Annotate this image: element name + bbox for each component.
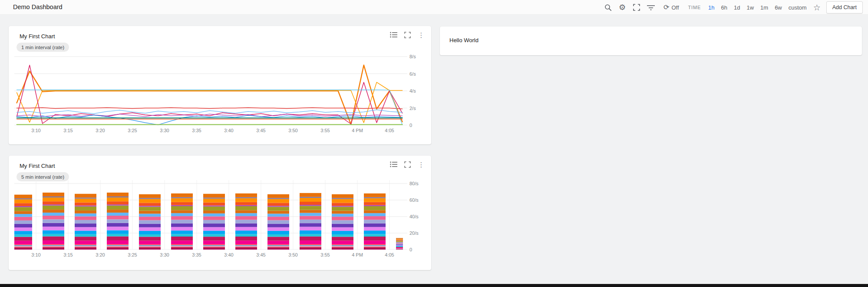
expand-chart-icon[interactable] [403,31,411,39]
refresh-mode-label: Off [671,4,679,11]
time-range-custom[interactable]: custom [789,4,807,11]
x-axis-label: 3:35 [187,128,206,133]
chart-title: My First Chart [20,163,55,169]
text-widget-content: Hello World [449,37,479,43]
x-axis-label: 3:50 [284,252,303,257]
x-axis-label: 3:30 [155,128,174,133]
y-axis-label: 20/s [409,230,419,236]
chart-card-line: My First Chart 1 min interval (rate) ⋮ 8… [9,26,431,144]
y-axis-label: 4/s [409,88,416,93]
x-axis-label: 3:30 [155,252,174,257]
time-section-label: TIME [688,5,701,10]
interval-badge: 1 min interval (rate) [17,43,69,52]
x-axis-label: 3:25 [123,128,142,133]
x-axis-label: 4:05 [380,252,399,257]
x-axis-label: 3:15 [59,128,78,133]
x-axis-label: 3:10 [26,252,46,257]
time-range-6h[interactable]: 6h [721,4,727,11]
x-axis-label: 3:45 [251,128,271,133]
x-axis-label: 3:40 [219,128,238,133]
zoom-search-icon[interactable] [604,3,612,12]
x-axis-label: 3:55 [316,252,335,257]
chart-title: My First Chart [20,33,55,40]
line-chart-canvas [14,53,407,125]
y-axis-label: 0 [409,123,412,128]
x-axis-label: 3:10 [26,128,46,133]
y-axis-label: 60/s [409,197,419,203]
x-axis-label: 3:20 [91,252,110,257]
more-options-icon[interactable]: ⋮ [417,160,425,168]
fullscreen-icon[interactable] [632,3,641,12]
chart-card-actions: ⋮ [389,160,425,168]
more-options-icon[interactable]: ⋮ [417,31,425,39]
y-axis-label: 80/s [409,181,419,186]
y-axis-label: 8/s [409,54,416,59]
time-range-selector: 1h6h1d1w1m6wcustom [708,4,807,11]
x-axis-label: 3:40 [219,252,238,257]
gear-icon[interactable]: ⚙ [618,3,627,12]
y-axis-label: 40/s [409,214,419,219]
chart-card-actions: ⋮ [389,31,425,39]
x-axis-label: 3:25 [123,252,142,257]
x-axis-label: 3:50 [284,128,303,133]
x-axis-label: 4 PM [348,128,367,133]
time-range-6w[interactable]: 6w [775,4,782,11]
bar-chart-canvas [14,180,407,250]
refresh-icon: ⟳ [663,4,669,11]
time-range-1h[interactable]: 1h [708,4,714,11]
x-axis-label: 3:55 [316,128,335,133]
x-axis-label: 3:15 [59,252,78,257]
x-axis-label: 3:35 [187,252,206,257]
toolbar: ⚙ ⟳ Off TIME 1h6h1d1w1m6wcustom ☆ Add Ch… [604,0,863,15]
time-range-1w[interactable]: 1w [746,4,754,11]
y-axis-label: 2/s [409,106,416,111]
top-bar: Demo Dashboard ⚙ ⟳ Off TIME 1h6h1d1w1m6w… [0,0,868,15]
legend-list-icon[interactable] [389,160,397,168]
legend-list-icon[interactable] [389,31,397,39]
auto-refresh-toggle[interactable]: ⟳ Off [663,4,679,11]
text-widget-card: Hello World [440,27,862,55]
x-axis-label: 3:45 [251,252,271,257]
expand-chart-icon[interactable] [403,160,411,168]
time-range-1m[interactable]: 1m [760,4,768,11]
add-chart-button[interactable]: Add Chart [826,1,863,13]
bottom-edge-bar [0,284,868,287]
y-axis-label: 0 [409,247,412,252]
x-axis-label: 3:20 [91,128,110,133]
filter-icon[interactable] [647,3,655,12]
chart-card-bar: My First Chart 5 min interval (rate) ⋮ 8… [9,156,431,270]
time-range-1d[interactable]: 1d [734,4,740,11]
star-icon[interactable]: ☆ [813,3,821,13]
y-axis-label: 6/s [409,71,416,77]
x-axis-label: 4:05 [380,128,399,133]
x-axis-label: 4 PM [348,252,367,257]
page-title: Demo Dashboard [13,3,63,10]
